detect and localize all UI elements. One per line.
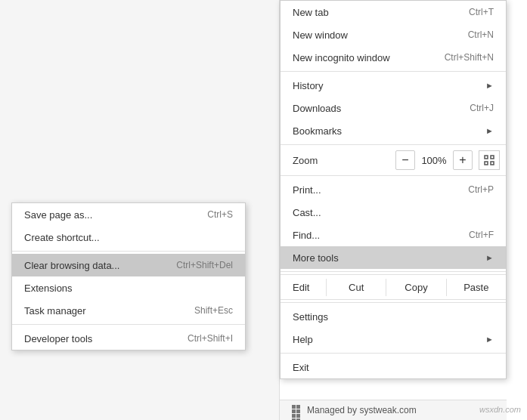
sub-menu: Save page as... Ctrl+S Create shortcut..…	[11, 202, 246, 351]
sidebar-item-clear-browsing[interactable]: Clear browsing data... Ctrl+Shift+Del	[12, 254, 245, 276]
menu-item-help[interactable]: Help ►	[281, 328, 506, 351]
menu-item-print[interactable]: Print... Ctrl+P	[281, 178, 506, 201]
managed-text: Managed by systweak.com	[307, 405, 417, 415]
menu-item-downloads[interactable]: Downloads Ctrl+J	[281, 97, 506, 119]
watermark: wsxdn.com	[479, 405, 521, 414]
edit-row: Edit Cut Copy Paste	[281, 274, 506, 300]
sidebar-item-task-manager[interactable]: Task manager Shift+Esc	[12, 299, 245, 322]
help-arrow-icon: ►	[485, 335, 494, 344]
sidebar-item-save-page[interactable]: Save page as... Ctrl+S	[12, 203, 245, 226]
svg-rect-0	[485, 156, 488, 159]
copy-button[interactable]: Copy	[386, 279, 445, 296]
fullscreen-button[interactable]	[479, 150, 500, 170]
divider-5	[281, 302, 506, 303]
cut-button[interactable]: Cut	[326, 279, 386, 296]
divider-2	[281, 144, 506, 145]
divider-3	[281, 175, 506, 176]
fullscreen-icon	[484, 155, 494, 165]
bookmarks-arrow-icon: ►	[485, 126, 494, 135]
divider-4	[281, 271, 506, 272]
more-tools-arrow-icon: ►	[485, 253, 494, 262]
menu-item-bookmarks[interactable]: Bookmarks ►	[281, 119, 506, 142]
managed-icon	[292, 405, 302, 415]
sidebar-item-developer-tools[interactable]: Developer tools Ctrl+Shift+I	[12, 327, 245, 350]
zoom-plus-button[interactable]: +	[453, 150, 473, 170]
divider-6	[281, 353, 506, 354]
menu-item-exit[interactable]: Exit	[281, 356, 506, 378]
menu-item-new-window[interactable]: New window Ctrl+N	[281, 23, 506, 46]
menu-item-more-tools[interactable]: More tools ►	[281, 246, 506, 269]
sidebar-item-extensions[interactable]: Extensions	[12, 276, 245, 299]
history-arrow-icon: ►	[485, 81, 494, 90]
svg-rect-2	[485, 162, 488, 165]
menu-item-cast[interactable]: Cast...	[281, 201, 506, 224]
main-menu: New tab Ctrl+T New window Ctrl+N New inc…	[280, 0, 507, 379]
svg-rect-3	[491, 162, 494, 165]
menu-item-find[interactable]: Find... Ctrl+F	[281, 224, 506, 246]
zoom-row: Zoom − 100% +	[281, 147, 506, 173]
zoom-minus-button[interactable]: −	[395, 150, 415, 170]
zoom-controls: − 100% +	[324, 150, 500, 170]
menu-item-history[interactable]: History ►	[281, 74, 506, 97]
zoom-value: 100%	[418, 155, 450, 166]
divider-1	[281, 71, 506, 72]
menu-item-settings[interactable]: Settings	[281, 305, 506, 328]
sub-menu-divider-2	[12, 324, 245, 325]
sidebar-item-create-shortcut[interactable]: Create shortcut...	[12, 226, 245, 249]
sub-menu-divider	[12, 251, 245, 252]
bottom-bar: Managed by systweak.com	[280, 400, 507, 420]
menu-item-new-tab[interactable]: New tab Ctrl+T	[281, 1, 506, 23]
menu-item-new-incognito[interactable]: New incognito window Ctrl+Shift+N	[281, 46, 506, 69]
paste-button[interactable]: Paste	[446, 279, 506, 296]
svg-rect-1	[491, 156, 494, 159]
